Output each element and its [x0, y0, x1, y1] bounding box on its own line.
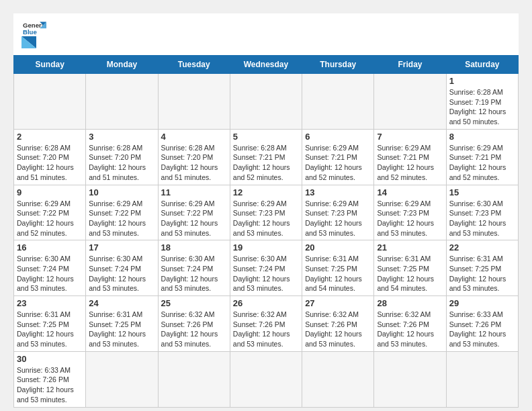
week-row-3: 9Sunrise: 6:29 AM Sunset: 7:22 PM Daylig… [14, 185, 519, 240]
calendar-table: SundayMondayTuesdayWednesdayThursdayFrid… [13, 55, 519, 408]
calendar-cell: 3Sunrise: 6:28 AM Sunset: 7:20 PM Daylig… [86, 129, 158, 185]
day-number: 29 [449, 298, 515, 308]
calendar-cell [374, 74, 446, 130]
calendar-cell: 11Sunrise: 6:29 AM Sunset: 7:22 PM Dayli… [158, 185, 230, 240]
day-info: Sunrise: 6:29 AM Sunset: 7:23 PM Dayligh… [233, 199, 299, 238]
day-info: Sunrise: 6:29 AM Sunset: 7:22 PM Dayligh… [161, 199, 227, 238]
calendar-cell: 14Sunrise: 6:29 AM Sunset: 7:23 PM Dayli… [374, 185, 446, 240]
day-info: Sunrise: 6:28 AM Sunset: 7:19 PM Dayligh… [449, 87, 515, 127]
week-row-2: 2Sunrise: 6:28 AM Sunset: 7:20 PM Daylig… [14, 129, 519, 185]
week-row-5: 23Sunrise: 6:31 AM Sunset: 7:25 PM Dayli… [14, 296, 519, 352]
day-info: Sunrise: 6:29 AM Sunset: 7:23 PM Dayligh… [377, 199, 443, 238]
day-info: Sunrise: 6:32 AM Sunset: 7:26 PM Dayligh… [377, 310, 443, 349]
calendar-cell: 6Sunrise: 6:29 AM Sunset: 7:21 PM Daylig… [302, 129, 374, 185]
svg-text:Blue: Blue [23, 28, 37, 36]
day-info: Sunrise: 6:29 AM Sunset: 7:23 PM Dayligh… [305, 199, 371, 238]
calendar-cell [86, 351, 158, 407]
day-number: 13 [305, 187, 371, 197]
calendar-cell: 27Sunrise: 6:32 AM Sunset: 7:26 PM Dayli… [302, 296, 374, 352]
day-info: Sunrise: 6:30 AM Sunset: 7:23 PM Dayligh… [449, 199, 515, 238]
day-number: 9 [17, 187, 83, 197]
weekday-header-monday: Monday [86, 56, 158, 74]
day-number: 26 [233, 298, 299, 308]
day-info: Sunrise: 6:33 AM Sunset: 7:26 PM Dayligh… [17, 365, 83, 405]
calendar-cell: 13Sunrise: 6:29 AM Sunset: 7:23 PM Dayli… [302, 185, 374, 240]
weekday-header-friday: Friday [374, 56, 446, 74]
calendar-cell: 19Sunrise: 6:30 AM Sunset: 7:24 PM Dayli… [230, 240, 302, 296]
calendar-cell [230, 351, 302, 407]
day-info: Sunrise: 6:29 AM Sunset: 7:21 PM Dayligh… [449, 143, 515, 183]
day-info: Sunrise: 6:32 AM Sunset: 7:26 PM Dayligh… [161, 310, 227, 349]
calendar-cell: 9Sunrise: 6:29 AM Sunset: 7:22 PM Daylig… [14, 185, 86, 240]
calendar-cell: 5Sunrise: 6:28 AM Sunset: 7:21 PM Daylig… [230, 129, 302, 185]
day-info: Sunrise: 6:28 AM Sunset: 7:20 PM Dayligh… [89, 143, 154, 183]
day-info: Sunrise: 6:29 AM Sunset: 7:21 PM Dayligh… [377, 143, 443, 183]
weekday-header-row: SundayMondayTuesdayWednesdayThursdayFrid… [14, 56, 519, 74]
calendar-cell: 24Sunrise: 6:31 AM Sunset: 7:25 PM Dayli… [86, 296, 158, 352]
day-number: 24 [89, 298, 154, 308]
calendar-cell: 26Sunrise: 6:32 AM Sunset: 7:26 PM Dayli… [230, 296, 302, 352]
day-info: Sunrise: 6:31 AM Sunset: 7:25 PM Dayligh… [449, 254, 515, 293]
calendar-cell [158, 74, 230, 130]
week-row-6: 30Sunrise: 6:33 AM Sunset: 7:26 PM Dayli… [14, 351, 519, 407]
week-row-1: 1Sunrise: 6:28 AM Sunset: 7:19 PM Daylig… [14, 74, 519, 130]
day-number: 19 [233, 242, 299, 253]
day-number: 30 [17, 354, 83, 364]
day-number: 8 [449, 132, 515, 142]
calendar-cell: 16Sunrise: 6:30 AM Sunset: 7:24 PM Dayli… [14, 240, 86, 296]
day-number: 16 [17, 242, 83, 253]
calendar-cell [302, 351, 374, 407]
day-number: 22 [449, 242, 515, 253]
day-info: Sunrise: 6:31 AM Sunset: 7:25 PM Dayligh… [17, 310, 83, 349]
day-info: Sunrise: 6:32 AM Sunset: 7:26 PM Dayligh… [305, 310, 371, 349]
day-info: Sunrise: 6:28 AM Sunset: 7:20 PM Dayligh… [17, 143, 83, 183]
day-number: 11 [161, 187, 227, 197]
day-info: Sunrise: 6:31 AM Sunset: 7:25 PM Dayligh… [377, 254, 443, 293]
weekday-header-thursday: Thursday [302, 56, 374, 74]
calendar-cell [158, 351, 230, 407]
day-info: Sunrise: 6:31 AM Sunset: 7:25 PM Dayligh… [89, 310, 154, 349]
day-number: 6 [305, 132, 371, 142]
calendar-cell: 4Sunrise: 6:28 AM Sunset: 7:20 PM Daylig… [158, 129, 230, 185]
day-number: 12 [233, 187, 299, 197]
day-number: 3 [89, 132, 154, 142]
day-info: Sunrise: 6:33 AM Sunset: 7:26 PM Dayligh… [449, 310, 515, 349]
calendar-cell: 21Sunrise: 6:31 AM Sunset: 7:25 PM Dayli… [374, 240, 446, 296]
calendar-cell: 2Sunrise: 6:28 AM Sunset: 7:20 PM Daylig… [14, 129, 86, 185]
calendar-cell [14, 74, 86, 130]
calendar-cell: 10Sunrise: 6:29 AM Sunset: 7:22 PM Dayli… [86, 185, 158, 240]
calendar-cell: 23Sunrise: 6:31 AM Sunset: 7:25 PM Dayli… [14, 296, 86, 352]
day-number: 17 [89, 242, 154, 253]
day-number: 14 [377, 187, 443, 197]
day-number: 4 [161, 132, 227, 142]
calendar-header: General Blue [13, 13, 519, 55]
day-info: Sunrise: 6:29 AM Sunset: 7:22 PM Dayligh… [89, 199, 154, 238]
day-info: Sunrise: 6:32 AM Sunset: 7:26 PM Dayligh… [233, 310, 299, 349]
logo: General Blue [20, 20, 47, 50]
calendar-cell [230, 74, 302, 130]
day-number: 10 [89, 187, 154, 197]
calendar-cell: 28Sunrise: 6:32 AM Sunset: 7:26 PM Dayli… [374, 296, 446, 352]
calendar-cell: 30Sunrise: 6:33 AM Sunset: 7:26 PM Dayli… [14, 351, 86, 407]
calendar-cell: 15Sunrise: 6:30 AM Sunset: 7:23 PM Dayli… [446, 185, 518, 240]
weekday-header-sunday: Sunday [14, 56, 86, 74]
calendar-cell [86, 74, 158, 130]
day-number: 20 [305, 242, 371, 253]
day-number: 21 [377, 242, 443, 253]
day-number: 2 [17, 132, 83, 142]
day-number: 15 [449, 187, 515, 197]
calendar-cell: 18Sunrise: 6:30 AM Sunset: 7:24 PM Dayli… [158, 240, 230, 296]
calendar-cell: 17Sunrise: 6:30 AM Sunset: 7:24 PM Dayli… [86, 240, 158, 296]
weekday-header-tuesday: Tuesday [158, 56, 230, 74]
day-number: 5 [233, 132, 299, 142]
day-info: Sunrise: 6:31 AM Sunset: 7:25 PM Dayligh… [305, 254, 371, 293]
calendar-cell: 20Sunrise: 6:31 AM Sunset: 7:25 PM Dayli… [302, 240, 374, 296]
calendar-cell [374, 351, 446, 407]
day-info: Sunrise: 6:29 AM Sunset: 7:21 PM Dayligh… [305, 143, 371, 183]
day-info: Sunrise: 6:29 AM Sunset: 7:22 PM Dayligh… [17, 199, 83, 238]
day-number: 25 [161, 298, 227, 308]
weekday-header-wednesday: Wednesday [230, 56, 302, 74]
week-row-4: 16Sunrise: 6:30 AM Sunset: 7:24 PM Dayli… [14, 240, 519, 296]
logo-area: General Blue [20, 20, 47, 50]
calendar-page: General Blue [13, 13, 519, 408]
